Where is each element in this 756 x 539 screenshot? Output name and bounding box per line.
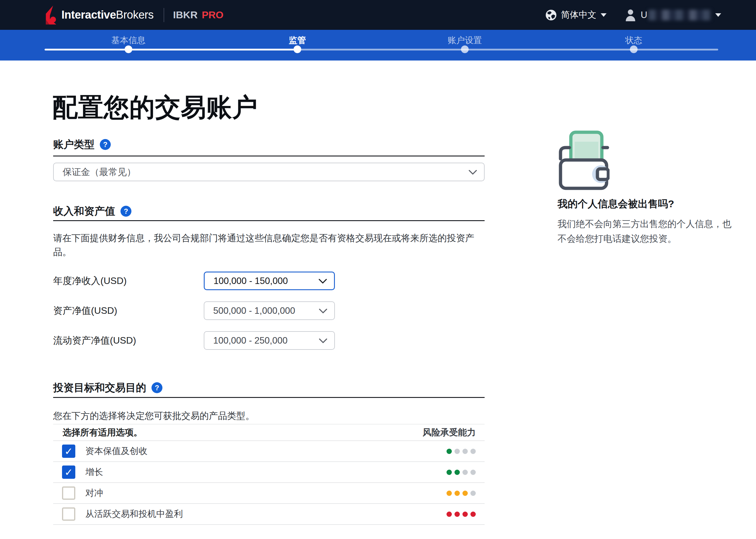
account-type-select[interactable]: 保证金（最常见） (53, 163, 485, 181)
brand-brokers: Brokers (116, 9, 154, 21)
income-field-row-2: 资产净值(USD)500,000 - 1,000,000 (53, 301, 335, 320)
progress-line-completed (44, 49, 297, 50)
user-icon (625, 9, 636, 21)
account-type-help-icon[interactable]: ? (100, 139, 111, 150)
progress-step-2[interactable]: 监管 (289, 35, 306, 46)
income-field-value-1: 100,000 - 150,000 (213, 276, 288, 286)
progress-step-3[interactable]: 账户设置 (448, 35, 482, 46)
income-field-label-3: 流动资产净值(USD) (53, 334, 204, 347)
risk-dots-4 (447, 511, 476, 517)
income-section-header: 收入和资产值 ? (53, 204, 131, 218)
language-selector[interactable]: 简体中文 (545, 9, 607, 21)
progress-dot-3 (461, 45, 469, 53)
objective-label-2: 增长 (85, 466, 103, 478)
objectives-description: 您在下方的选择将决定您可获批交易的产品类型。 (53, 409, 487, 423)
income-label: 收入和资产值 (53, 204, 115, 218)
objective-checkbox-2[interactable]: ✓ (62, 466, 75, 479)
risk-dot (455, 511, 460, 517)
progress-bar: 基本信息监管账户设置状态 (0, 30, 756, 60)
income-field-row-1: 年度净收入(USD)100,000 - 150,000 (53, 271, 335, 290)
risk-dot (447, 470, 452, 475)
language-caret-icon (601, 13, 607, 17)
globe-icon (545, 9, 557, 21)
objectives-table: 选择所有适用选项。 风险承受能力 ✓资本保值及创收✓增长对冲从活跃交易和投机中盈… (53, 424, 485, 525)
username: U (641, 10, 711, 20)
risk-dot (455, 491, 460, 496)
brand-interactive: Interactive (61, 9, 116, 21)
chevron-down-icon (319, 338, 327, 343)
income-field-row-3: 流动资产净值(USD)100,000 - 250,000 (53, 331, 335, 350)
risk-dot (455, 449, 460, 454)
progress-dot-1 (125, 45, 132, 53)
objective-label-4: 从活跃交易和投机中盈利 (85, 508, 183, 520)
objectives-col1-header: 选择所有适用选项。 (63, 426, 142, 439)
income-field-label-2: 资产净值(USD) (53, 304, 204, 317)
username-prefix: U (641, 10, 647, 20)
income-divider (53, 220, 485, 221)
username-redacted (648, 10, 711, 20)
plan-badge: IBKR PRO (173, 9, 223, 21)
risk-dot (462, 511, 468, 517)
progress-line-remaining (297, 49, 718, 50)
risk-dot (470, 449, 476, 454)
income-help-icon[interactable]: ? (121, 206, 131, 217)
chevron-down-icon (319, 308, 327, 314)
objectives-col2-header: 风险承受能力 (423, 426, 476, 439)
objectives-label: 投资目标和交易目的 (53, 381, 146, 395)
progress-dot-2 (294, 45, 301, 53)
objective-row-1: ✓资本保值及创收 (53, 441, 485, 462)
check-icon: ✓ (64, 446, 73, 456)
objective-checkbox-3[interactable] (62, 487, 75, 500)
objectives-divider (53, 397, 485, 398)
aside-body: 我们绝不会向第三方出售您的个人信息，也不会给您打电话建议您投资。 (557, 217, 733, 246)
account-type-section-header: 账户类型 ? (53, 137, 111, 151)
risk-dot (470, 491, 476, 496)
objectives-rows: ✓资本保值及创收✓增长对冲从活跃交易和投机中盈利 (53, 441, 485, 525)
risk-dots-2 (447, 470, 476, 475)
progress-dot-4 (630, 45, 637, 53)
risk-dot (470, 511, 476, 517)
aside-heading: 我的个人信息会被出售吗? (557, 197, 674, 211)
objective-label-1: 资本保值及创收 (85, 445, 147, 457)
risk-dot (470, 470, 476, 475)
income-fields: 年度净收入(USD)100,000 - 150,000资产净值(USD)500,… (53, 271, 335, 350)
user-menu[interactable]: U (625, 9, 721, 21)
progress-step-1[interactable]: 基本信息 (111, 35, 146, 46)
risk-dot (462, 449, 468, 454)
risk-dots-1 (447, 449, 476, 454)
plan-pro-label: PRO (202, 9, 223, 21)
plan-ibkr-label: IBKR (173, 9, 198, 21)
account-type-label: 账户类型 (53, 137, 95, 151)
brand-wordmark: InteractiveBrokers (61, 9, 154, 21)
risk-dot (455, 470, 460, 475)
wallet-illustration-icon (557, 130, 610, 192)
ibkr-flame-icon (43, 6, 57, 25)
objective-checkbox-4[interactable] (62, 507, 75, 521)
ibkr-logo[interactable]: InteractiveBrokers (43, 6, 154, 25)
risk-dot (462, 491, 468, 496)
account-type-value: 保证金（最常见） (63, 166, 136, 178)
objectives-table-header: 选择所有适用选项。 风险承受能力 (53, 424, 485, 441)
navbar-divider (164, 8, 164, 22)
objective-checkbox-1[interactable]: ✓ (62, 444, 75, 458)
check-icon: ✓ (64, 467, 73, 477)
objectives-help-icon[interactable]: ? (151, 382, 162, 393)
risk-dot (447, 491, 452, 496)
user-caret-icon (715, 13, 721, 17)
top-navbar: InteractiveBrokers IBKR PRO 简体中文 U (0, 0, 756, 30)
navbar-right: 简体中文 U (545, 9, 721, 21)
income-field-value-3: 100,000 - 250,000 (213, 335, 288, 346)
income-field-label-1: 年度净收入(USD) (53, 274, 204, 287)
risk-dots-3 (447, 491, 476, 496)
income-field-select-3[interactable]: 100,000 - 250,000 (204, 331, 335, 350)
risk-dot (447, 449, 452, 454)
objectives-section-header: 投资目标和交易目的 ? (53, 381, 162, 395)
progress-step-4[interactable]: 状态 (625, 35, 642, 46)
objective-row-3: 对冲 (53, 483, 485, 504)
language-label: 简体中文 (561, 9, 597, 21)
income-field-select-2[interactable]: 500,000 - 1,000,000 (204, 301, 335, 320)
income-description: 请在下面提供财务信息，我公司合规部门将通过这些信息确定您是否有资格交易现在或将来… (53, 231, 487, 259)
income-field-value-2: 500,000 - 1,000,000 (213, 306, 295, 316)
objective-row-2: ✓增长 (53, 462, 485, 483)
income-field-select-1[interactable]: 100,000 - 150,000 (204, 271, 335, 290)
